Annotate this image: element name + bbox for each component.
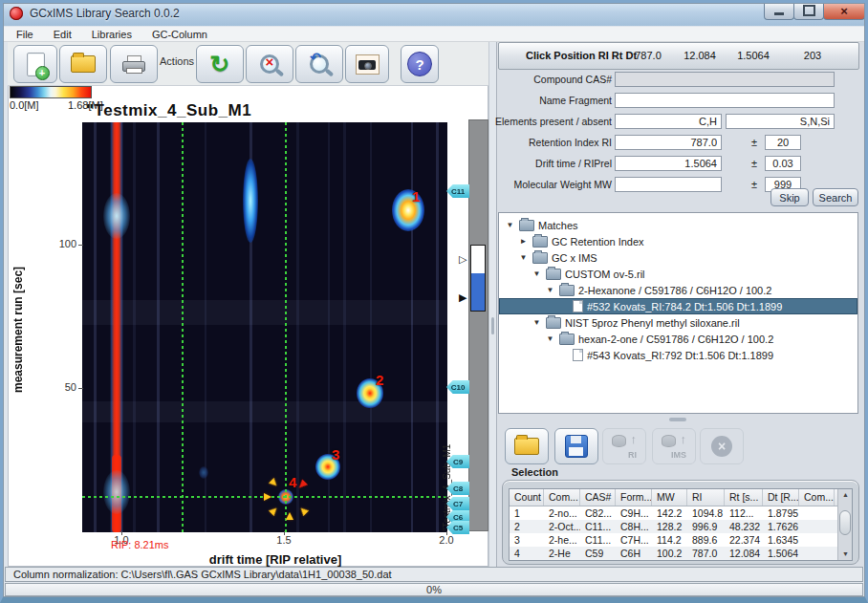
cell-comment: [799, 533, 835, 547]
print-icon: [122, 55, 145, 73]
heatmap-streak: [370, 122, 372, 532]
table-row[interactable]: 1 2-no... C82... C9H... 142.2 1094.8 112…: [510, 506, 852, 520]
heatmap-plot[interactable]: 1234: [82, 122, 447, 532]
divider-grip-icon: [491, 317, 494, 334]
range-lower-handle-icon[interactable]: ▶: [459, 292, 467, 303]
rip-glow: [103, 470, 130, 514]
save-selection-button[interactable]: [554, 428, 598, 464]
minimize-button[interactable]: [764, 2, 794, 20]
table-header-cell[interactable]: Com...: [799, 489, 835, 506]
close-icon: ×: [840, 5, 848, 17]
cell-dt: 1.7626: [763, 520, 799, 533]
tree-item[interactable]: ► GC Retention Index: [499, 233, 857, 249]
heatmap-streak: [343, 122, 346, 532]
new-file-button[interactable]: +: [13, 45, 57, 83]
cell-count: 1: [510, 506, 544, 520]
tree-divider-grip[interactable]: [669, 418, 686, 421]
expander-icon[interactable]: ▼: [532, 269, 542, 278]
table-header-cell[interactable]: Com...: [544, 489, 580, 506]
snapshot-button[interactable]: [345, 45, 389, 83]
ri-tolerance-field[interactable]: [765, 135, 801, 150]
folder-icon: [559, 285, 575, 296]
scroll-down-icon[interactable]: ▼: [838, 549, 853, 560]
tree-item[interactable]: ▼ 2-Hexanone / C591786 / C6H12O / 100.2: [499, 282, 857, 298]
mw-field[interactable]: [615, 177, 722, 192]
delete-selection-button[interactable]: ×: [700, 428, 744, 464]
table-header-cell[interactable]: Dt [R...: [763, 489, 799, 506]
menu-item[interactable]: Libraries: [92, 29, 132, 40]
close-button[interactable]: ×: [823, 2, 865, 20]
cell-mw: 114.2: [652, 533, 687, 547]
export-ri-button[interactable]: ↑ RI: [602, 428, 646, 464]
undo-zoom-button[interactable]: ↶: [295, 45, 343, 83]
expander-icon[interactable]: ▼: [505, 221, 515, 229]
elements-present-field[interactable]: [615, 114, 722, 129]
crosshair-guide-line: [182, 122, 184, 532]
zoom-range-track[interactable]: [468, 119, 488, 531]
ri-field[interactable]: [615, 135, 722, 150]
tree-item[interactable]: ▼ NIST 5proz Phenyl methyl siloxane.ril: [499, 314, 857, 331]
tree-item[interactable]: ▼ GC x IMS: [499, 249, 857, 266]
menu-item[interactable]: GC-Column: [152, 29, 207, 40]
dt-tolerance-field[interactable]: [765, 156, 801, 171]
table-row[interactable]: 4 2-He C59 C6H 100.2 787.0 12.084 1.5064: [510, 547, 852, 560]
expander-icon[interactable]: ►: [518, 237, 529, 246]
cell-formula: C8H...: [616, 520, 652, 533]
menu-item[interactable]: Edit: [54, 29, 72, 40]
table-header-cell[interactable]: RI: [687, 489, 725, 506]
table-row[interactable]: 2 2-Oct... C11... C8H... 128.2 996.9 48.…: [510, 520, 852, 533]
tree-item[interactable]: #543 Kovats_RI:792 Dt:1.506 Dt:1.1899: [499, 347, 857, 363]
refresh-button[interactable]: ↻: [196, 45, 244, 83]
table-scrollbar[interactable]: ▲ ▼: [837, 489, 852, 560]
table-row[interactable]: 3 2-he... C11... C7H... 114.2 889.6 22.3…: [510, 533, 852, 547]
search-button[interactable]: Search: [813, 188, 858, 206]
tree-item[interactable]: #532 Kovats_RI:784.2 Dt:1.506 Dt:1.1899: [499, 298, 857, 314]
expander-icon[interactable]: ▼: [518, 253, 529, 262]
tree-item[interactable]: ▼ CUSTOM ov-5.ril: [499, 266, 857, 282]
tree-item[interactable]: ▼ Matches: [499, 217, 857, 233]
range-upper-handle-icon[interactable]: ▷: [459, 254, 467, 265]
scroll-up-icon[interactable]: ▲: [838, 489, 853, 501]
status-bar: Column normalization: C:\Users\fl\.GAS G…: [5, 567, 863, 582]
heatmap-streak: [436, 122, 439, 532]
drift-time-field[interactable]: [615, 156, 722, 171]
rip-glow: [103, 193, 130, 239]
actions-label: Actions: [160, 55, 194, 67]
name-fragment-field[interactable]: [615, 93, 835, 108]
export-ims-button[interactable]: ↑ IMS: [652, 428, 696, 464]
help-icon: ?: [407, 52, 432, 76]
scrollbar-thumb[interactable]: [839, 510, 851, 535]
zoom-range-slider[interactable]: [470, 245, 486, 312]
elements-absent-field[interactable]: [726, 114, 835, 129]
expander-icon[interactable]: ▼: [545, 286, 555, 294]
selection-label: Selection: [511, 466, 558, 478]
tree-item-label: CUSTOM ov-5.ril: [565, 269, 645, 280]
expander-icon[interactable]: ▼: [532, 318, 542, 327]
table-header-cell[interactable]: Rt [s...: [725, 489, 763, 506]
table-header-cell[interactable]: Form...: [616, 489, 652, 506]
drift-time-label: Drift time / RIPrel: [491, 156, 612, 171]
table-header-cell[interactable]: Count: [510, 489, 544, 506]
tree-item[interactable]: ▼ hexan-2-one / C591786 / C6H12O / 100.2: [499, 331, 857, 347]
maximize-icon: [803, 5, 815, 16]
elements-label: Elements present / absent: [491, 114, 612, 129]
cell-dt: 1.5064: [763, 547, 799, 560]
cas-field[interactable]: [615, 72, 835, 87]
table-header-cell[interactable]: CAS#: [580, 489, 616, 506]
folder-icon: [546, 269, 561, 280]
help-button[interactable]: ?: [401, 45, 439, 83]
clear-zoom-button[interactable]: ×: [246, 45, 293, 83]
menu-item[interactable]: File: [16, 29, 33, 40]
table-header-cell[interactable]: MW: [652, 489, 687, 506]
click-marker-arrow: [269, 503, 282, 516]
cell-count: 4: [510, 547, 544, 560]
cell-cas: C59: [580, 547, 616, 560]
expander-icon[interactable]: ▼: [545, 334, 555, 343]
heatmap-streak: [82, 401, 447, 422]
title-bar[interactable]: GCxIMS Library Search 0.0.2: [1, 1, 867, 26]
maximize-button[interactable]: [793, 2, 824, 20]
load-selection-button[interactable]: [505, 428, 549, 464]
print-button[interactable]: [110, 45, 158, 83]
skip-button[interactable]: Skip: [770, 188, 809, 206]
open-file-button[interactable]: [59, 45, 107, 83]
